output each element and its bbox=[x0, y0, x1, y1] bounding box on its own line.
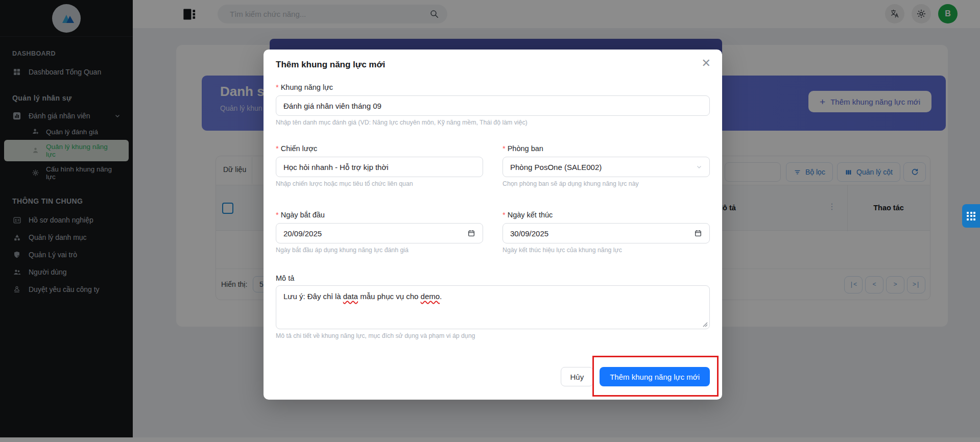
strategy-label: Chiến lược bbox=[276, 144, 483, 153]
field-framework: Khung năng lực Nhập tên danh mục đánh gi… bbox=[276, 83, 710, 126]
chevron-down-icon bbox=[696, 164, 702, 170]
department-helper: Chọn phòng ban sẽ áp dụng khung năng lực… bbox=[503, 180, 710, 187]
framework-helper: Nhập tên danh mục đánh giá (VD: Năng lực… bbox=[276, 119, 710, 126]
calendar-icon[interactable] bbox=[694, 229, 702, 237]
description-text: Lưu ý: Đây chỉ là bbox=[283, 292, 343, 301]
submit-button[interactable]: Thêm khung năng lực mới bbox=[600, 367, 710, 386]
strategy-input[interactable] bbox=[276, 157, 483, 177]
department-label: Phòng ban bbox=[503, 144, 710, 153]
end-date-helper: Ngày kết thúc hiệu lực của khung năng lự… bbox=[503, 247, 710, 254]
description-textarea[interactable]: Lưu ý: Đây chỉ là data mẫu phục vụ cho d… bbox=[276, 285, 710, 329]
end-date-value: 30/09/2025 bbox=[510, 229, 548, 238]
start-date-value: 20/09/2025 bbox=[283, 229, 322, 238]
field-strategy: Chiến lược Nhập chiến lược hoặc mục tiêu… bbox=[276, 144, 483, 187]
framework-input[interactable] bbox=[276, 95, 710, 116]
calendar-icon[interactable] bbox=[467, 229, 475, 237]
description-misspelled-word: data bbox=[343, 292, 358, 301]
end-date-label: Ngày kết thúc bbox=[503, 211, 710, 219]
description-text: mẫu phục vụ cho bbox=[358, 292, 421, 301]
start-date-helper: Ngày bắt đầu áp dụng khung năng lực đánh… bbox=[276, 247, 483, 254]
modal-footer: Hủy Thêm khung năng lực mới bbox=[276, 367, 710, 386]
field-description: Mô tả Lưu ý: Đây chỉ là data mẫu phục vụ… bbox=[276, 274, 710, 339]
start-date-label: Ngày bắt đầu bbox=[276, 211, 483, 219]
description-text: . bbox=[440, 292, 442, 301]
app-window: DASHBOARD Dashboard Tổng Quan Quản lý nh… bbox=[0, 0, 980, 442]
field-end-date: Ngày kết thúc 30/09/2025 Ngày kết thúc h… bbox=[503, 211, 710, 254]
department-select[interactable]: Phòng PosOne (SALE002) bbox=[503, 157, 710, 177]
grid-dots-icon bbox=[967, 212, 975, 220]
strategy-helper: Nhập chiến lược hoặc mục tiêu tổ chức li… bbox=[276, 180, 483, 187]
framework-label: Khung năng lực bbox=[276, 83, 710, 91]
close-icon[interactable]: ✕ bbox=[702, 58, 711, 69]
field-start-date: Ngày bắt đầu 20/09/2025 Ngày bắt đầu áp … bbox=[276, 211, 483, 254]
start-date-input[interactable]: 20/09/2025 bbox=[276, 223, 483, 243]
description-helper: Mô tả chi tiết về khung năng lực, mục đí… bbox=[276, 332, 710, 339]
resize-handle-icon[interactable] bbox=[703, 322, 708, 327]
department-select-value: Phòng PosOne (SALE002) bbox=[510, 163, 602, 171]
add-framework-modal: Thêm khung năng lực mới ✕ Khung năng lực… bbox=[264, 50, 722, 400]
end-date-input[interactable]: 30/09/2025 bbox=[503, 223, 710, 243]
cancel-button[interactable]: Hủy bbox=[561, 367, 594, 386]
field-department: Phòng ban Phòng PosOne (SALE002) Chọn ph… bbox=[503, 144, 710, 187]
description-label: Mô tả bbox=[276, 274, 710, 282]
modal-title: Thêm khung năng lực mới bbox=[276, 60, 710, 70]
floating-widget-button[interactable] bbox=[962, 204, 980, 228]
description-misspelled-word: demo bbox=[421, 292, 440, 301]
